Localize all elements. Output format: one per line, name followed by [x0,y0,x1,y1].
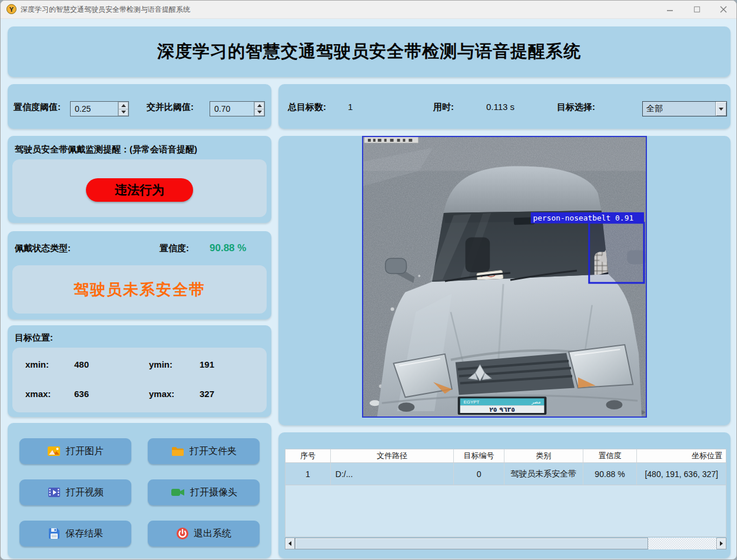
confidence-value: 90.88 % [210,242,246,254]
save-results-button[interactable]: 保存结果 [19,521,131,546]
cell-target-id: 0 [454,463,504,485]
target-position-title: 目标位置: [15,332,53,344]
wear-state-text: 驾驶员未系安全带 [12,265,267,314]
detection-label: person-noseatbelt 0.91 [533,214,634,222]
xmin-value: 480 [74,359,89,369]
conf-threshold-value: 0.25 [71,102,118,116]
video-icon [47,486,61,499]
table-empty-area [285,485,726,537]
target-select-value: 全部 [643,102,715,116]
cell-confidence: 90.88 % [583,463,638,485]
elapsed-time-label: 用时: [433,102,454,113]
iou-spin-up-button[interactable] [254,102,264,109]
header-panel: 深度学习的智慧交通驾驶员安全带检测与语音提醒系统 [8,26,731,77]
scroll-left-button[interactable] [285,538,295,549]
wear-status-panel: 佩戴状态类型: 置信度: 90.88 % 驾驶员未系安全带 [8,231,271,319]
scroll-right-button[interactable] [716,538,726,549]
cell-coordinates: [480, 191, 636, 327] [637,463,726,485]
xmax-value: 636 [74,389,89,399]
target-select-dropdown[interactable]: 全部 [642,101,727,116]
col-header-filepath: 文件路径 [331,449,454,462]
open-camera-button[interactable]: 打开摄像头 [148,479,260,505]
cell-category: 驾驶员未系安全带 [504,463,583,485]
iou-threshold-value: 0.70 [210,102,254,116]
save-icon [48,527,61,540]
app-logo-icon: Y [6,4,16,14]
chevron-down-icon [121,111,126,114]
chevron-down-icon [719,108,723,111]
col-header-index: 序号 [285,449,331,462]
actions-panel: 打开图片 打开文件夹 打开视频 打开摄像头 [8,423,271,558]
chevron-up-icon [257,104,262,107]
clipped-detection-label [364,137,418,143]
combo-arrow-button[interactable] [715,102,726,116]
exit-system-button[interactable]: 退出系统 [148,521,260,546]
wear-type-label: 佩戴状态类型: [15,243,71,254]
iou-threshold-label: 交并比阈值: [147,102,194,113]
minimize-icon [666,6,673,13]
cell-filepath: D:/... [331,463,454,485]
maximize-button[interactable] [687,1,707,18]
target-select-label: 目标选择: [557,102,595,113]
target-position-display: xmin: 480 ymin: 191 xmax: 636 ymax: 327 [12,348,267,412]
xmax-label: xmax: [25,389,51,399]
col-header-category: 类别 [504,449,583,462]
detection-bounding-box [589,223,644,283]
chevron-up-icon [121,104,126,107]
cell-index: 1 [285,463,331,485]
plate-region-en: EGYPT [464,399,480,405]
scrollbar-thumb[interactable] [295,538,648,549]
exit-system-label: 退出系统 [194,528,231,540]
elapsed-time-value: 0.113 s [486,102,514,112]
minimize-button[interactable] [660,1,680,18]
table-row[interactable]: 1 D:/... 0 驾驶员未系安全带 90.88 % [480, 191, 6… [285,463,726,485]
open-image-button[interactable]: 打开图片 [19,438,131,464]
results-table: 序号 文件路径 目标编号 类别 置信度 坐标位置 1 D:/... 0 驾驶员未… [285,449,726,537]
folder-icon [171,445,185,458]
image-icon [47,445,61,458]
open-video-label: 打开视频 [66,486,104,499]
conf-spin-up-button[interactable] [118,102,128,109]
violation-alert-button[interactable]: 违法行为 [86,178,193,202]
plate-number: ٩٦٣٥ ٢٥ [489,406,515,414]
stats-panel: 总目标数: 1 用时: 0.113 s 目标选择: 全部 [278,84,731,129]
horizontal-scrollbar[interactable] [285,538,726,549]
iou-spin-down-button[interactable] [254,109,264,116]
open-folder-label: 打开文件夹 [190,445,237,458]
open-video-button[interactable]: 打开视频 [19,479,131,505]
ymax-label: ymax: [149,389,174,399]
arrow-left-icon [288,541,291,546]
power-icon [176,527,189,540]
ymin-label: ymin: [149,359,172,369]
conf-threshold-label: 置信度阈值: [14,102,61,113]
xmin-label: xmin: [25,359,49,369]
open-camera-label: 打开摄像头 [190,486,237,499]
threshold-panel: 置信度阈值: 0.25 交并比阈值: 0.70 [8,84,271,129]
iou-threshold-spinner[interactable]: 0.70 [210,101,265,116]
window-title: 深度学习的智慧交通驾驶员安全带检测与语音提醒系统 [21,1,190,18]
app-window: Y 深度学习的智慧交通驾驶员安全带检测与语音提醒系统 深度学习的智慧交通驾驶员安… [0,0,737,560]
close-button[interactable] [713,1,733,18]
scrollbar-track[interactable] [648,538,716,549]
conf-spin-down-button[interactable] [118,109,128,116]
title-bar: Y 深度学习的智慧交通驾驶员安全带检测与语音提醒系统 [1,1,736,19]
col-header-confidence: 置信度 [583,449,638,462]
ymax-value: 327 [200,389,214,399]
target-position-panel: 目标位置: xmin: 480 ymin: 191 xmax: 636 ymax… [8,325,271,417]
total-targets-label: 总目标数: [288,102,326,113]
ymin-value: 191 [200,359,214,369]
open-folder-button[interactable]: 打开文件夹 [148,438,260,464]
table-header-row: 序号 文件路径 目标编号 类别 置信度 坐标位置 [285,449,726,463]
total-targets-value: 1 [348,102,353,112]
monitor-title: 驾驶员安全带佩戴监测提醒：(异常会语音提醒) [15,144,197,155]
wear-state-display: 驾驶员未系安全带 [12,265,267,314]
maximize-icon [693,6,701,13]
detection-photo: EGYPT مصر ٩٦٣٥ ٢٥ person-noseatbelt 0.91 [362,136,647,418]
viewer-panel: EGYPT مصر ٩٦٣٥ ٢٥ person-noseatbelt 0.91 [278,136,731,425]
conf-threshold-spinner[interactable]: 0.25 [70,101,129,116]
results-panel: 序号 文件路径 目标编号 类别 置信度 坐标位置 1 D:/... 0 驾驶员未… [278,432,731,558]
col-header-coordinates: 坐标位置 [637,449,726,462]
save-results-label: 保存结果 [65,528,103,540]
col-header-target-id: 目标编号 [454,449,504,462]
arrow-right-icon [720,541,723,546]
